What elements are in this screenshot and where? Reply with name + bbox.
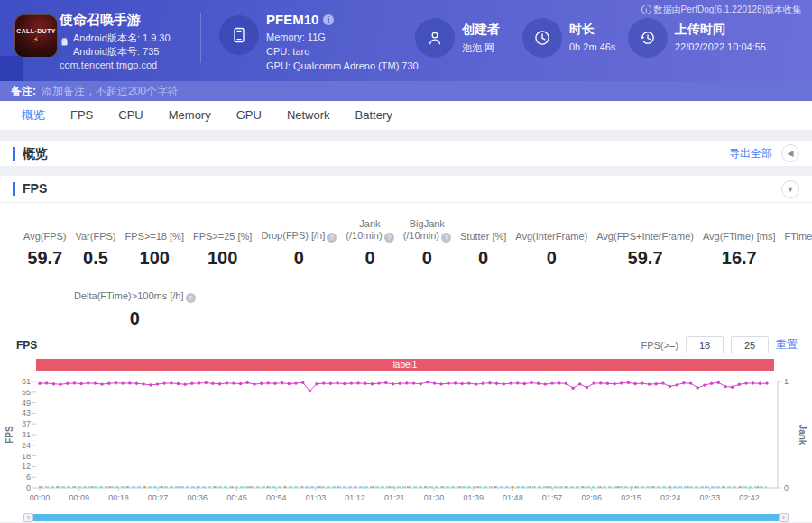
export-all-link[interactable]: 导出全部 <box>729 146 772 161</box>
metric-Drop(FPS) [/h]: Drop(FPS) [/h]?0 <box>261 217 337 269</box>
fps-section-header: FPS ▼ <box>0 176 812 203</box>
metric-Var(FPS): Var(FPS)0.5 <box>75 217 115 269</box>
duration-icon-circle <box>522 18 562 58</box>
svg-text:00:54: 00:54 <box>266 493 287 502</box>
tab-Memory[interactable]: Memory <box>156 101 224 130</box>
app-icon-flash: ⚡ <box>33 36 39 44</box>
phone-icon <box>230 26 248 44</box>
android-version-name: Android版本名: 1.9.30 <box>73 32 171 45</box>
metric-FPS>=25 [%]: FPS>=25 [%]100 <box>193 217 252 269</box>
svg-text:01:21: 01:21 <box>384 493 405 502</box>
svg-text:02:42: 02:42 <box>739 493 760 502</box>
fps-section: FPS ▼ Avg(FPS)59.7Var(FPS)0.5FPS>=18 [%]… <box>0 176 812 522</box>
help-icon[interactable]: ? <box>384 233 394 243</box>
svg-text:01:39: 01:39 <box>463 493 484 502</box>
metric-value: 0 <box>515 248 587 269</box>
metric-Stutter [%]: Stutter [%]0 <box>460 217 506 269</box>
metric-Delta(FTime)>100ms [/h]: Delta(FTime)>100ms [/h]?0 <box>74 278 196 329</box>
help-icon[interactable]: ? <box>441 233 451 243</box>
metric-value: 16.7 <box>703 248 776 269</box>
chart-range-scrollbar[interactable]: ‖ ‖ <box>23 513 789 522</box>
overview-title: 概览 <box>13 147 48 161</box>
note-placeholder: 添加备注，不超过200个字符 <box>42 84 179 99</box>
metric-Avg(FTime) [ms]: Avg(FTime) [ms]16.7 <box>703 217 776 269</box>
fps-section-title: FPS <box>13 182 47 196</box>
upload-time-label: 上传时间 <box>675 22 725 38</box>
metric-value: 59.7 <box>23 248 66 269</box>
duration-label: 时长 <box>569 22 595 38</box>
fps-line-chart[interactable]: 0612182431374349556101FPSJank00:0000:090… <box>0 371 812 513</box>
note-bar[interactable]: 备注: 添加备注，不超过200个字符 <box>0 81 812 101</box>
device-info-icon[interactable]: i <box>323 14 334 25</box>
metric-FTime>=100ms [%]: FTime>=100ms [%]0 <box>785 217 812 269</box>
fps-threshold-input-2[interactable] <box>731 336 769 353</box>
metric-Avg(InterFrame): Avg(InterFrame)0 <box>515 217 587 269</box>
metric-BigJank: BigJank(/10min)?0 <box>403 217 451 269</box>
creator-label: 创建者 <box>462 22 500 38</box>
collect-note: i数据由PerfDog(6.1.220128)版本收集 <box>641 4 801 16</box>
metric-value: 100 <box>193 248 252 269</box>
tab-GPU[interactable]: GPU <box>224 101 274 130</box>
scrollbar-track[interactable] <box>29 514 783 521</box>
svg-text:24: 24 <box>22 441 31 450</box>
svg-text:Jank: Jank <box>798 425 807 445</box>
section-gap <box>0 166 812 176</box>
svg-text:01:48: 01:48 <box>503 493 523 502</box>
svg-text:18: 18 <box>22 452 31 461</box>
scrollbar-right-handle[interactable]: ‖ <box>779 513 789 522</box>
fps-threshold-input-1[interactable] <box>686 336 724 353</box>
app-name: 使命召唤手游 <box>60 12 141 29</box>
tab-Network[interactable]: Network <box>274 101 343 130</box>
person-icon <box>426 29 444 47</box>
metric-value: 100 <box>125 248 184 269</box>
section-gap <box>0 131 812 141</box>
metric-value: 59.7 <box>596 248 694 269</box>
metric-value: 0.5 <box>75 248 115 269</box>
collapse-left-button[interactable]: ◀ <box>781 144 799 162</box>
tab-概览[interactable]: 概览 <box>9 101 58 130</box>
reset-link[interactable]: 重置 <box>776 337 798 353</box>
scrollbar-left-handle[interactable]: ‖ <box>23 513 33 522</box>
svg-text:00:09: 00:09 <box>69 493 89 502</box>
collapse-down-button[interactable]: ▼ <box>781 180 799 198</box>
info-icon: i <box>641 5 651 14</box>
svg-text:01:03: 01:03 <box>306 493 327 502</box>
svg-text:00:18: 00:18 <box>108 493 129 502</box>
device-memory: Memory: 11G <box>266 32 326 42</box>
app-icon: CALL·DUTY ⚡ <box>14 14 58 58</box>
svg-text:1: 1 <box>784 377 789 386</box>
upload-icon-circle <box>628 18 668 58</box>
metric-value: 0 <box>261 248 337 269</box>
metric-value: 0 <box>460 248 506 269</box>
svg-text:61: 61 <box>22 377 31 386</box>
tab-bar: 概览FPSCPUMemoryGPUNetworkBattery <box>0 101 812 131</box>
overview-section-header: 概览 导出全部 ◀ <box>0 141 812 166</box>
device-icon-circle <box>219 15 259 55</box>
svg-text:01:57: 01:57 <box>542 493 563 502</box>
metric-value: 0 <box>785 248 812 269</box>
svg-text:31: 31 <box>22 430 31 439</box>
svg-text:00:36: 00:36 <box>188 493 208 502</box>
duration-value: 0h 2m 46s <box>569 41 615 52</box>
svg-text:12: 12 <box>22 462 31 471</box>
metric-value: 0 <box>74 308 196 329</box>
tab-FPS[interactable]: FPS <box>58 101 106 130</box>
svg-text:FPS: FPS <box>5 426 14 444</box>
fps-metrics-row2: Delta(FTime)>100ms [/h]?0 <box>0 269 812 329</box>
metric-Jank: Jank(/10min)?0 <box>346 217 393 269</box>
tab-CPU[interactable]: CPU <box>106 101 155 130</box>
svg-text:0: 0 <box>26 483 31 492</box>
metric-value: 0 <box>346 248 393 269</box>
svg-text:02:33: 02:33 <box>700 493 721 502</box>
svg-text:02:06: 02:06 <box>582 493 603 502</box>
device-cpu: CPU: taro <box>266 46 309 57</box>
tab-Battery[interactable]: Battery <box>343 101 405 130</box>
device-model: PFEM10 <box>266 12 318 27</box>
upload-time-value: 22/02/2022 10:04:55 <box>675 41 766 52</box>
metric-Avg(FPS+InterFrame): Avg(FPS+InterFrame)59.7 <box>596 217 694 269</box>
help-icon[interactable]: ? <box>327 233 337 243</box>
help-icon[interactable]: ? <box>186 293 196 303</box>
android-icon <box>60 37 69 47</box>
svg-text:00:00: 00:00 <box>30 493 51 502</box>
app-package: com.tencent.tmgp.cod <box>60 60 157 70</box>
